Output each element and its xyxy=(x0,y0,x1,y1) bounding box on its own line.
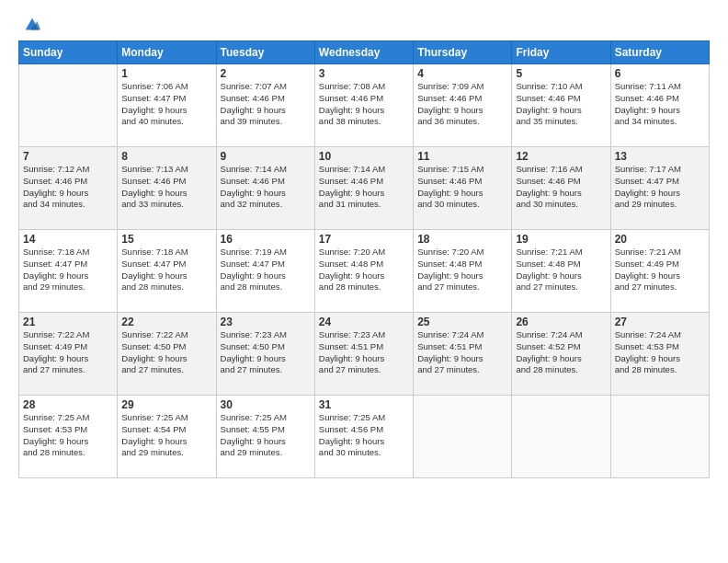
calendar-cell: 24Sunrise: 7:23 AM Sunset: 4:51 PM Dayli… xyxy=(314,313,413,396)
calendar: SundayMondayTuesdayWednesdayThursdayFrid… xyxy=(18,40,710,478)
day-number: 10 xyxy=(319,150,409,163)
calendar-cell: 9Sunrise: 7:14 AM Sunset: 4:46 PM Daylig… xyxy=(216,147,314,230)
day-info: Sunrise: 7:18 AM Sunset: 4:47 PM Dayligh… xyxy=(23,247,113,293)
calendar-week-5: 28Sunrise: 7:25 AM Sunset: 4:53 PM Dayli… xyxy=(19,396,710,478)
day-number: 22 xyxy=(121,316,211,328)
day-info: Sunrise: 7:25 AM Sunset: 4:54 PM Dayligh… xyxy=(121,412,211,459)
calendar-cell: 2Sunrise: 7:07 AM Sunset: 4:46 PM Daylig… xyxy=(216,64,314,147)
calendar-cell xyxy=(512,396,610,478)
day-number: 5 xyxy=(516,67,606,80)
day-number: 31 xyxy=(319,398,409,411)
day-info: Sunrise: 7:21 AM Sunset: 4:48 PM Dayligh… xyxy=(516,247,606,293)
day-number: 29 xyxy=(121,398,211,411)
calendar-cell xyxy=(610,396,709,478)
day-number: 2 xyxy=(221,67,311,80)
day-info: Sunrise: 7:15 AM Sunset: 4:46 PM Dayligh… xyxy=(417,164,507,211)
page: SundayMondayTuesdayWednesdayThursdayFrid… xyxy=(0,0,728,563)
day-number: 9 xyxy=(221,150,311,163)
calendar-cell: 11Sunrise: 7:15 AM Sunset: 4:46 PM Dayli… xyxy=(414,147,512,230)
day-number: 7 xyxy=(23,150,113,163)
calendar-cell xyxy=(19,64,118,147)
day-info: Sunrise: 7:09 AM Sunset: 4:46 PM Dayligh… xyxy=(417,81,507,128)
calendar-cell xyxy=(414,396,512,478)
day-info: Sunrise: 7:17 AM Sunset: 4:47 PM Dayligh… xyxy=(615,164,705,211)
calendar-cell: 3Sunrise: 7:08 AM Sunset: 4:46 PM Daylig… xyxy=(314,64,413,147)
calendar-cell: 6Sunrise: 7:11 AM Sunset: 4:46 PM Daylig… xyxy=(610,64,709,147)
day-number: 8 xyxy=(121,150,211,163)
calendar-cell: 25Sunrise: 7:24 AM Sunset: 4:51 PM Dayli… xyxy=(414,313,512,396)
day-number: 23 xyxy=(221,316,311,328)
day-info: Sunrise: 7:18 AM Sunset: 4:47 PM Dayligh… xyxy=(121,247,211,293)
day-number: 30 xyxy=(221,398,311,411)
day-number: 21 xyxy=(23,316,113,328)
calendar-week-3: 14Sunrise: 7:18 AM Sunset: 4:47 PM Dayli… xyxy=(19,230,710,313)
calendar-week-1: 1Sunrise: 7:06 AM Sunset: 4:47 PM Daylig… xyxy=(19,64,710,147)
calendar-cell: 22Sunrise: 7:22 AM Sunset: 4:50 PM Dayli… xyxy=(118,313,216,396)
day-info: Sunrise: 7:22 AM Sunset: 4:49 PM Dayligh… xyxy=(23,329,113,376)
day-number: 25 xyxy=(417,316,507,328)
day-info: Sunrise: 7:22 AM Sunset: 4:50 PM Dayligh… xyxy=(121,329,211,376)
day-number: 28 xyxy=(23,398,113,411)
day-info: Sunrise: 7:19 AM Sunset: 4:47 PM Dayligh… xyxy=(221,247,311,293)
day-number: 13 xyxy=(615,150,705,163)
day-info: Sunrise: 7:23 AM Sunset: 4:50 PM Dayligh… xyxy=(221,329,311,376)
header xyxy=(18,15,710,31)
calendar-header-sunday: Sunday xyxy=(19,41,118,64)
calendar-cell: 13Sunrise: 7:17 AM Sunset: 4:47 PM Dayli… xyxy=(610,147,709,230)
calendar-cell: 4Sunrise: 7:09 AM Sunset: 4:46 PM Daylig… xyxy=(414,64,512,147)
day-info: Sunrise: 7:24 AM Sunset: 4:52 PM Dayligh… xyxy=(516,329,606,376)
day-number: 16 xyxy=(221,233,311,246)
calendar-cell: 18Sunrise: 7:20 AM Sunset: 4:48 PM Dayli… xyxy=(414,230,512,313)
day-number: 6 xyxy=(615,67,705,80)
calendar-cell: 12Sunrise: 7:16 AM Sunset: 4:46 PM Dayli… xyxy=(512,147,610,230)
calendar-cell: 7Sunrise: 7:12 AM Sunset: 4:46 PM Daylig… xyxy=(19,147,118,230)
calendar-cell: 8Sunrise: 7:13 AM Sunset: 4:46 PM Daylig… xyxy=(118,147,216,230)
day-number: 15 xyxy=(121,233,211,246)
day-info: Sunrise: 7:07 AM Sunset: 4:46 PM Dayligh… xyxy=(221,81,311,128)
logo xyxy=(18,15,42,31)
calendar-week-4: 21Sunrise: 7:22 AM Sunset: 4:49 PM Dayli… xyxy=(19,313,710,396)
calendar-cell: 30Sunrise: 7:25 AM Sunset: 4:55 PM Dayli… xyxy=(216,396,314,478)
calendar-cell: 14Sunrise: 7:18 AM Sunset: 4:47 PM Dayli… xyxy=(19,230,118,313)
day-number: 1 xyxy=(121,67,211,80)
day-info: Sunrise: 7:14 AM Sunset: 4:46 PM Dayligh… xyxy=(319,164,409,211)
calendar-cell: 15Sunrise: 7:18 AM Sunset: 4:47 PM Dayli… xyxy=(118,230,216,313)
calendar-header-wednesday: Wednesday xyxy=(314,41,413,64)
calendar-header-friday: Friday xyxy=(512,41,610,64)
day-info: Sunrise: 7:12 AM Sunset: 4:46 PM Dayligh… xyxy=(23,164,113,211)
day-info: Sunrise: 7:21 AM Sunset: 4:49 PM Dayligh… xyxy=(615,247,705,293)
day-info: Sunrise: 7:24 AM Sunset: 4:51 PM Dayligh… xyxy=(417,329,507,376)
day-info: Sunrise: 7:24 AM Sunset: 4:53 PM Dayligh… xyxy=(615,329,705,376)
day-info: Sunrise: 7:14 AM Sunset: 4:46 PM Dayligh… xyxy=(221,164,311,211)
day-number: 17 xyxy=(319,233,409,246)
logo-icon xyxy=(22,15,42,35)
calendar-cell: 20Sunrise: 7:21 AM Sunset: 4:49 PM Dayli… xyxy=(610,230,709,313)
day-number: 24 xyxy=(319,316,409,328)
day-info: Sunrise: 7:08 AM Sunset: 4:46 PM Dayligh… xyxy=(319,81,409,128)
calendar-cell: 19Sunrise: 7:21 AM Sunset: 4:48 PM Dayli… xyxy=(512,230,610,313)
day-info: Sunrise: 7:10 AM Sunset: 4:46 PM Dayligh… xyxy=(516,81,606,128)
calendar-cell: 23Sunrise: 7:23 AM Sunset: 4:50 PM Dayli… xyxy=(216,313,314,396)
day-number: 12 xyxy=(516,150,606,163)
day-info: Sunrise: 7:20 AM Sunset: 4:48 PM Dayligh… xyxy=(417,247,507,293)
day-number: 4 xyxy=(417,67,507,80)
day-info: Sunrise: 7:20 AM Sunset: 4:48 PM Dayligh… xyxy=(319,247,409,293)
day-number: 11 xyxy=(417,150,507,163)
calendar-cell: 28Sunrise: 7:25 AM Sunset: 4:53 PM Dayli… xyxy=(19,396,118,478)
day-number: 27 xyxy=(615,316,705,328)
day-info: Sunrise: 7:25 AM Sunset: 4:56 PM Dayligh… xyxy=(319,412,409,459)
calendar-header-saturday: Saturday xyxy=(610,41,709,64)
day-info: Sunrise: 7:13 AM Sunset: 4:46 PM Dayligh… xyxy=(121,164,211,211)
calendar-header-row: SundayMondayTuesdayWednesdayThursdayFrid… xyxy=(19,41,710,64)
calendar-cell: 21Sunrise: 7:22 AM Sunset: 4:49 PM Dayli… xyxy=(19,313,118,396)
day-info: Sunrise: 7:25 AM Sunset: 4:55 PM Dayligh… xyxy=(221,412,311,459)
calendar-cell: 29Sunrise: 7:25 AM Sunset: 4:54 PM Dayli… xyxy=(118,396,216,478)
calendar-cell: 5Sunrise: 7:10 AM Sunset: 4:46 PM Daylig… xyxy=(512,64,610,147)
calendar-week-2: 7Sunrise: 7:12 AM Sunset: 4:46 PM Daylig… xyxy=(19,147,710,230)
day-number: 19 xyxy=(516,233,606,246)
day-number: 14 xyxy=(23,233,113,246)
day-info: Sunrise: 7:16 AM Sunset: 4:46 PM Dayligh… xyxy=(516,164,606,211)
calendar-cell: 17Sunrise: 7:20 AM Sunset: 4:48 PM Dayli… xyxy=(314,230,413,313)
calendar-cell: 31Sunrise: 7:25 AM Sunset: 4:56 PM Dayli… xyxy=(314,396,413,478)
calendar-header-monday: Monday xyxy=(118,41,216,64)
